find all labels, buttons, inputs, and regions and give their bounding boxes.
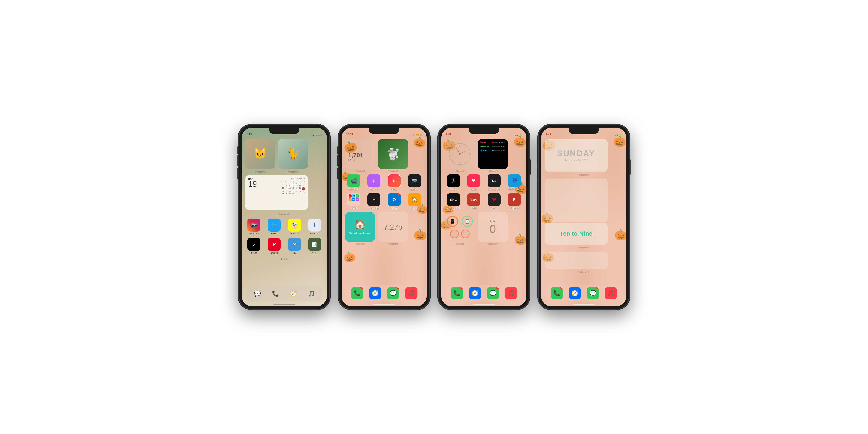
outlook-badge: 38 — [398, 193, 401, 195]
p4-blank-widget — [541, 179, 626, 222]
phone-badge-2: 39 — [360, 287, 363, 289]
dock-phone[interactable]: 📞 — [270, 288, 281, 299]
vol-down-2[interactable] — [337, 168, 339, 179]
app-intervals[interactable]: :22 Intervals Pro — [486, 174, 503, 190]
batteries-wsmith: Batteries — [445, 243, 475, 245]
app-facebook-label: Facebook — [310, 232, 319, 235]
app-calculator[interactable]: ÷ Calculator — [365, 193, 383, 209]
app-peloton[interactable]: P Peloton — [506, 193, 523, 209]
status-time-2: 10:27 — [346, 133, 353, 136]
uv-widget[interactable]: UV 0 — [478, 212, 508, 242]
app-notes[interactable]: 📝 Notes — [306, 238, 323, 254]
dock2-safari[interactable]: 🧭 — [369, 287, 381, 299]
app-camera[interactable]: 📷 Camera — [406, 174, 423, 190]
app-nike[interactable]: NRC Nike Run Club — [445, 193, 462, 209]
phone-badge-3: 39 — [460, 287, 463, 289]
mute-switch[interactable] — [238, 147, 239, 154]
mute-3[interactable] — [437, 147, 438, 154]
calendar-widget-row: SAT 19 SEPTEMBER SMTWTFS 12345 678910111… — [242, 175, 327, 210]
power-3[interactable] — [529, 159, 531, 175]
sunday-day: SUNDAY — [557, 149, 595, 158]
blank-widget[interactable] — [545, 179, 608, 222]
time-widget[interactable]: 7:27p — [378, 212, 408, 242]
status-time: 3:22 — [246, 133, 252, 136]
dock4-messages[interactable]: 💬 11 — [587, 287, 599, 299]
app-travel-folder[interactable]: ❤ 🗺 ✈ 🏨 🎫 🌍 Travel — [345, 193, 362, 209]
dock2-music[interactable]: 🎵 — [405, 287, 417, 299]
app-tiktok[interactable]: ♪ TikTok — [245, 238, 262, 254]
app-wodify[interactable]: W Wodify — [486, 193, 503, 209]
home-indicator-4 — [573, 304, 595, 305]
dock4-safari[interactable]: 🧭 — [569, 287, 581, 299]
mute-4[interactable] — [537, 147, 538, 154]
power-2[interactable] — [430, 159, 431, 175]
app-c25k[interactable]: C25K C25K — [465, 193, 483, 209]
travel-folder-label: Travel — [351, 207, 356, 209]
pumpkin-deco-5: 🎃 — [343, 251, 356, 264]
vol-down-3[interactable] — [437, 168, 438, 179]
dock-music[interactable]: 🎵 — [306, 288, 317, 299]
dog-photo-widget[interactable]: 🐩 — [378, 139, 408, 169]
directions-widget[interactable]: 🏠 Directions Home — [345, 212, 375, 242]
app-twitter[interactable]: 🐦 Twitter — [266, 219, 283, 235]
dock4-phone[interactable]: 📞 39 — [551, 287, 563, 299]
batteries-widget[interactable]: 📱 ⌚ — [445, 212, 475, 242]
clock-widget[interactable]: 12 3 6 9 — [445, 139, 475, 169]
battery-icon: ▰▰▰▱ — [315, 134, 322, 136]
ten-label: Ten to Nine — [560, 230, 592, 237]
app-podcasts[interactable]: 🎙 Podcasts — [365, 174, 383, 190]
vol-down-4[interactable] — [537, 168, 538, 179]
cat1-widget[interactable]: 🐱 — [245, 139, 275, 168]
dock2-phone[interactable]: 📞 39 — [351, 287, 363, 299]
fitness-label: Fitness — [450, 188, 457, 190]
app-health[interactable]: ❤ Health — [465, 174, 483, 190]
vol-up-2[interactable] — [337, 155, 339, 166]
shortcuts-label: Shortcuts — [345, 243, 375, 245]
sunday-widget[interactable]: SUNDAY September 20, 2020 — [545, 139, 608, 172]
app-facetime[interactable]: 📹 FaceTime — [345, 174, 362, 190]
tentone-widget[interactable]: Ten to Nine — [545, 223, 608, 245]
mute-switch-2[interactable] — [337, 147, 339, 154]
app-snapchat[interactable]: 👻 Snapchat — [286, 219, 303, 235]
app-mail[interactable]: ✉ Mail — [286, 238, 303, 254]
phone-2: 🎃 🎃 🎃 🎃 🎃 🎃 10:27 ●●●● 📶 🔋 🚶 1,701 — [339, 125, 430, 309]
messages-badge-2: 13 — [396, 287, 399, 289]
app-home[interactable]: 🏠 Home — [406, 193, 423, 209]
app-healthmate[interactable]: 💙 Health Mate — [506, 174, 523, 190]
app-pinterest[interactable]: P Pinterest — [266, 238, 283, 254]
dock-messages[interactable]: 💬 — [252, 288, 263, 299]
app-instagram[interactable]: 📷 Instagram — [245, 219, 262, 235]
app-facebook[interactable]: f Facebook — [306, 219, 323, 235]
dock3-music[interactable]: 🎵 — [505, 287, 517, 299]
vol-up-button[interactable] — [238, 155, 239, 166]
app-news-label: News — [392, 188, 397, 190]
signal-icon: ▪▪▪ 5G — [309, 134, 314, 136]
power-button[interactable] — [330, 159, 331, 175]
dock3-safari[interactable]: 🧭 — [469, 287, 481, 299]
app-outlook[interactable]: O 38 Outlook — [385, 193, 403, 209]
dock2-messages[interactable]: 💬 13 — [387, 287, 399, 299]
dock3-phone[interactable]: 📞 39 — [451, 287, 463, 299]
app-outlook-label: Outlook — [391, 207, 398, 209]
calendar-widget[interactable]: SAT 19 SEPTEMBER SMTWTFS 12345 678910111… — [245, 175, 308, 210]
battery-4: 🔋 — [619, 134, 622, 136]
vol-up-4[interactable] — [537, 155, 538, 166]
dock4-music[interactable]: 🎵 — [605, 287, 617, 299]
phone-2-screen: 🎃 🎃 🎃 🎃 🎃 🎃 10:27 ●●●● 📶 🔋 🚶 1,701 — [342, 128, 427, 306]
vol-up-3[interactable] — [437, 155, 438, 166]
task-widget[interactable]: ····· ····· ·· ····· ··· — [545, 251, 608, 269]
directions-house-icon: 🏠 — [354, 219, 366, 230]
activity-widget[interactable]: Move 67/500 Exercise 0/30 — [478, 139, 508, 169]
vol-down-button[interactable] — [238, 168, 239, 179]
dock-compass[interactable]: 🧭 — [288, 288, 299, 299]
peloton-label: Peloton — [510, 207, 518, 209]
healthmate-label: Health Mate — [508, 188, 520, 190]
app-news[interactable]: N 9 News — [385, 174, 403, 190]
stand-value: 2/12 — [501, 150, 505, 152]
cat2-widget[interactable]: 🐈 — [278, 139, 308, 168]
status-icons-2: ●●●● 📶 🔋 — [410, 134, 422, 136]
power-4[interactable] — [629, 159, 630, 175]
signal-4: LTE — [614, 134, 618, 136]
dock3-messages[interactable]: 💬 11 — [487, 287, 499, 299]
app-fitness[interactable]: 🏃 Fitness — [445, 174, 462, 190]
